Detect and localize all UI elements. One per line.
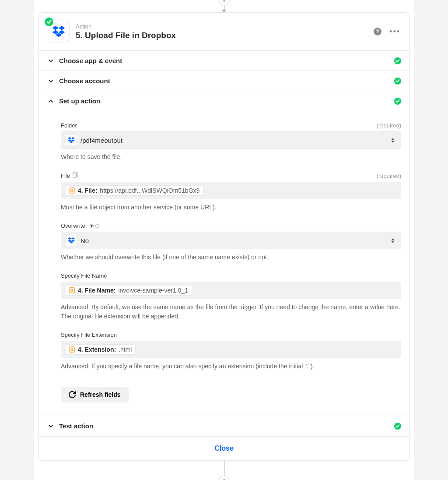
overwrite-select[interactable]: No <box>61 232 401 249</box>
field-help: Advanced: If you specify a file name, yo… <box>61 362 401 371</box>
action-step-card: Action 5. Upload File in Dropbox ? ••• C… <box>38 12 410 461</box>
refresh-label: Refresh fields <box>80 391 121 398</box>
section-label: Test action <box>59 422 394 430</box>
close-label: Close <box>214 445 234 452</box>
field-help: Where to save the file. <box>61 152 401 162</box>
radio-option-selected <box>90 224 94 228</box>
chevron-down-icon <box>47 424 55 429</box>
mapped-value-pill[interactable]: 4. Extension: .html <box>66 344 136 355</box>
setup-action-body: Folder (required) /pdf4meoutput Where to… <box>39 111 409 416</box>
step-type-label: Action <box>76 23 368 30</box>
card-header: Action 5. Upload File in Dropbox ? ••• <box>39 13 409 51</box>
mapped-value-pill[interactable]: 4. File Name: invoivce-sample-ver1.0_1 <box>66 285 192 296</box>
pill-label: 4. File Name: <box>78 287 116 294</box>
pill-value: .html <box>119 346 132 353</box>
add-step-button-bottom[interactable]: + <box>218 476 230 480</box>
select-caret-icon <box>389 238 396 243</box>
pill-value: https://api.pdf...WdlSWQiOm51bGx9 <box>100 187 200 194</box>
section-label: Set up action <box>59 97 394 105</box>
chevron-up-icon <box>47 99 55 104</box>
chevron-down-icon <box>47 58 55 64</box>
folder-value: /pdf4meoutput <box>80 137 386 144</box>
map-pill-icon <box>68 187 75 194</box>
field-label: Specify File Name <box>61 272 107 279</box>
field-extension: Specify File Extension 4. Extension: .ht… <box>61 332 401 371</box>
dropbox-icon <box>66 235 77 246</box>
add-step-button-top[interactable]: + <box>218 0 230 5</box>
field-help: Must be a file object from another servi… <box>61 203 401 212</box>
field-label: Folder <box>61 122 77 129</box>
status-check-icon <box>394 98 401 105</box>
pill-label: 4. Extension: <box>78 346 116 353</box>
field-folder: Folder (required) /pdf4meoutput Where to… <box>61 122 401 162</box>
pill-value: invoivce-sample-ver1.0_1 <box>118 287 188 294</box>
copy-icon <box>73 172 77 179</box>
section-test-action[interactable]: Test action <box>39 416 409 436</box>
status-check-icon <box>394 57 401 64</box>
refresh-icon <box>69 391 76 398</box>
radio-option <box>95 224 99 228</box>
status-check-icon <box>394 423 401 430</box>
status-check-icon <box>394 78 401 85</box>
section-label: Choose account <box>59 77 394 85</box>
app-icon <box>48 21 70 42</box>
field-label: Specify File Extension <box>61 332 117 338</box>
section-choose-account[interactable]: Choose account <box>39 71 409 91</box>
required-label: (required) <box>377 173 401 179</box>
chevron-down-icon <box>47 78 55 84</box>
required-label: (required) <box>377 122 401 129</box>
status-check-badge <box>45 18 53 26</box>
overwrite-value: No <box>80 237 386 244</box>
section-choose-app[interactable]: Choose app & event <box>39 51 409 71</box>
section-label: Choose app & event <box>59 57 394 64</box>
mapped-value-pill[interactable]: 4. File: https://api.pdf...WdlSWQiOm51bG… <box>66 185 203 196</box>
field-type-toggle[interactable] <box>90 224 99 228</box>
field-label: Overwrite <box>61 222 85 229</box>
filename-input[interactable]: 4. File Name: invoivce-sample-ver1.0_1 <box>61 282 401 299</box>
close-button[interactable]: Close <box>39 436 409 460</box>
field-overwrite: Overwrite No Wheth <box>61 222 401 262</box>
map-pill-icon <box>68 287 75 294</box>
field-file: File (required) 4. File: https://api.pdf… <box>61 172 401 212</box>
select-caret-icon <box>389 138 396 143</box>
dropbox-icon <box>52 26 65 37</box>
field-filename: Specify File Name 4. File Name: invoivce… <box>61 272 401 321</box>
refresh-fields-button[interactable]: Refresh fields <box>61 387 129 402</box>
section-setup-action[interactable]: Set up action <box>39 91 409 111</box>
field-label: File <box>61 173 70 179</box>
field-help: Whether we should overwrite this file (i… <box>61 253 401 262</box>
more-menu-icon[interactable]: ••• <box>389 27 400 36</box>
connector-arrow <box>222 10 226 12</box>
map-pill-icon <box>68 346 75 353</box>
extension-input[interactable]: 4. Extension: .html <box>61 341 401 358</box>
folder-select[interactable]: /pdf4meoutput <box>61 131 401 149</box>
step-title: 5. Upload File in Dropbox <box>76 31 368 40</box>
file-input[interactable]: 4. File: https://api.pdf...WdlSWQiOm51bG… <box>61 182 401 199</box>
help-icon[interactable]: ? <box>374 28 382 35</box>
field-help: Advanced: By default, we use the same na… <box>61 303 401 321</box>
dropbox-icon <box>66 134 77 146</box>
pill-label: 4. File: <box>78 187 97 194</box>
